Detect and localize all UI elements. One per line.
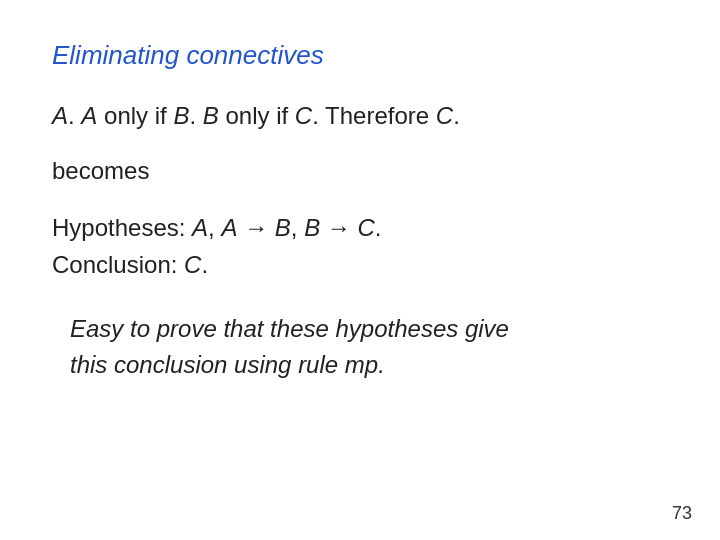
line-becomes: becomes	[52, 157, 668, 185]
line-a-text: A. A only if B. B only if C. Therefore C…	[52, 99, 668, 133]
page-number: 73	[672, 503, 692, 524]
easy-line2: this conclusion using rule mp.	[70, 347, 668, 383]
easy-to-prove-block: Easy to prove that these hypotheses give…	[52, 311, 668, 383]
hypotheses-line2: Conclusion: C.	[52, 246, 668, 283]
hypotheses-line1: Hypotheses: A, A → B, B → C.	[52, 209, 668, 246]
easy-line1: Easy to prove that these hypotheses give	[70, 311, 668, 347]
slide-title: Eliminating connectives	[52, 40, 668, 71]
hypotheses-block: Hypotheses: A, A → B, B → C. Conclusion:…	[52, 209, 668, 283]
